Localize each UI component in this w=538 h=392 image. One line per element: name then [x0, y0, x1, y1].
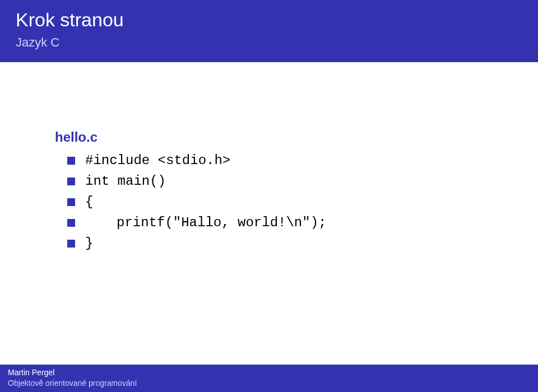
slide-footer: Martin Pergel Objektově orientované prog…	[0, 365, 538, 392]
slide-title: Krok stranou	[16, 9, 522, 31]
filename-label: hello.c	[55, 129, 504, 145]
code-line: {	[34, 194, 504, 209]
footer-author: Martin Pergel	[8, 368, 530, 377]
code-text: printf("Hallo, world!\n");	[85, 215, 326, 230]
bullet-icon	[67, 219, 75, 227]
code-text: #include <stdio.h>	[85, 153, 230, 168]
footer-lecture: Objektově orientované programování	[8, 379, 530, 388]
slide-content: hello.c #include <stdio.h> int main() { …	[0, 62, 538, 251]
bullet-icon	[67, 178, 75, 185]
code-text: }	[85, 236, 93, 251]
bullet-icon	[67, 240, 75, 248]
slide-subtitle: Jazyk C	[16, 35, 522, 50]
code-list: #include <stdio.h> int main() { printf("…	[34, 153, 504, 251]
bullet-icon	[67, 198, 75, 206]
code-line: printf("Hallo, world!\n");	[34, 215, 504, 230]
code-text: {	[85, 194, 93, 209]
bullet-icon	[67, 157, 75, 165]
code-line: int main()	[34, 174, 504, 189]
slide-header: Krok stranou Jazyk C	[0, 0, 538, 62]
code-text: int main()	[85, 174, 166, 189]
code-line: #include <stdio.h>	[34, 153, 504, 168]
code-line: }	[34, 236, 504, 251]
